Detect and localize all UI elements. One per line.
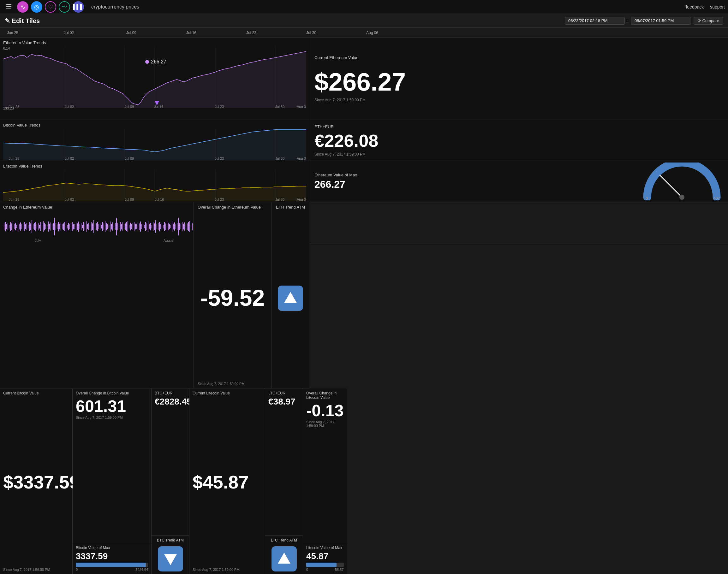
current-litecoin-panel: Current Litecoin Value $45.87 Since Aug …	[189, 388, 265, 574]
svg-rect-80	[55, 223, 56, 230]
svg-rect-178	[179, 223, 180, 230]
svg-rect-42	[8, 223, 8, 230]
svg-rect-90	[68, 223, 69, 230]
overall-change-eth-since: Since Aug 7, 2017 1:59:00 PM	[198, 382, 267, 385]
bitcoin-max-bar	[76, 563, 148, 567]
date-start-input[interactable]	[565, 17, 625, 25]
nav-left: ☰ ∿ ◎ ♡ 〜 ▌▌▌ cryptocurrency prices	[3, 1, 139, 13]
feedback-link[interactable]: feedback	[686, 4, 704, 9]
linechart-icon[interactable]: 〜	[59, 1, 70, 13]
btc-eur-title: BTC+EUR	[155, 391, 186, 396]
svg-rect-121	[107, 224, 108, 229]
eth-dot-marker: 266.27	[145, 59, 166, 65]
support-link[interactable]: support	[710, 4, 725, 9]
svg-rect-53	[22, 224, 22, 229]
svg-rect-142	[134, 222, 135, 231]
bitcoin-max-bar-max: 3424.94	[136, 568, 148, 571]
svg-text:Jun 25: Jun 25	[9, 157, 19, 160]
gauge-svg: 0 407	[641, 163, 723, 200]
svg-rect-62	[33, 224, 34, 229]
svg-rect-84	[61, 222, 61, 231]
compare-button[interactable]: ⟳ Compare	[694, 17, 723, 25]
brand-icon[interactable]: ∿	[17, 1, 28, 13]
svg-rect-91	[70, 224, 70, 229]
svg-rect-185	[188, 222, 189, 231]
svg-rect-60	[30, 223, 31, 230]
svg-rect-163	[160, 224, 161, 229]
svg-rect-98	[78, 221, 79, 232]
svg-rect-72	[45, 224, 46, 229]
instagram-icon[interactable]: ◎	[31, 1, 42, 13]
svg-rect-179	[181, 224, 181, 229]
edit-tiles-label[interactable]: ✎ Edit Tiles	[5, 17, 40, 25]
bitcoin-chart-title: Bitcoin Value Trends	[3, 123, 306, 127]
date-end-input[interactable]	[631, 17, 691, 25]
svg-rect-54	[23, 223, 23, 230]
ethereum-gauge: 0 407	[641, 163, 723, 200]
svg-rect-52	[20, 222, 21, 231]
svg-rect-74	[48, 221, 49, 232]
svg-rect-69	[42, 223, 42, 230]
ltc-trend-up-button[interactable]	[271, 546, 297, 571]
svg-rect-111	[95, 224, 95, 229]
svg-rect-173	[173, 224, 174, 230]
nav-title: cryptocurrency prices	[91, 4, 139, 10]
overall-change-btc-value: 601.31	[76, 397, 148, 416]
svg-rect-148	[142, 224, 142, 229]
eth-eur-value: €226.08	[314, 130, 723, 151]
svg-rect-133	[122, 222, 123, 231]
svg-rect-175	[176, 224, 176, 229]
svg-rect-140	[131, 224, 132, 229]
svg-rect-167	[165, 223, 166, 230]
ethereum-max-text: Ethereum Value of Max 266.27	[314, 173, 641, 190]
svg-rect-160	[157, 224, 157, 229]
svg-text:Jul 02: Jul 02	[65, 157, 74, 160]
right-middle-spacer	[309, 202, 728, 243]
current-litecoin-value: $45.87	[193, 472, 262, 493]
ltc-eur-title: LTC+EUR	[268, 391, 300, 396]
btc-trend-down-button[interactable]	[158, 546, 183, 571]
svg-rect-188	[192, 223, 193, 230]
eth-triangle-marker	[155, 101, 159, 106]
svg-rect-132	[121, 224, 122, 230]
svg-rect-158	[154, 223, 155, 230]
barchart-icon[interactable]: ▌▌▌	[73, 1, 84, 13]
svg-rect-103	[85, 223, 85, 230]
bitcoin-max-bar-fill	[76, 563, 146, 567]
svg-rect-123	[110, 221, 111, 232]
eth-max-panel-title: Ethereum Value of Max	[314, 173, 641, 177]
svg-text:Jun 25: Jun 25	[9, 198, 19, 201]
svg-text:Aug 06: Aug 06	[297, 198, 306, 201]
svg-text:Jul 30: Jul 30	[275, 157, 284, 160]
svg-text:Jul 09: Jul 09	[125, 198, 134, 201]
svg-rect-152	[147, 223, 147, 230]
svg-rect-168	[167, 221, 167, 232]
svg-rect-112	[96, 223, 97, 230]
svg-rect-162	[159, 222, 160, 231]
svg-rect-75	[49, 224, 50, 230]
eth-max-label: 0.14	[3, 46, 10, 50]
svg-rect-86	[63, 223, 64, 230]
hamburger-menu-icon[interactable]: ☰	[3, 1, 14, 13]
svg-rect-186	[189, 221, 190, 232]
svg-rect-93	[72, 222, 73, 231]
svg-rect-99	[80, 224, 80, 229]
svg-rect-108	[91, 222, 91, 231]
overall-change-eth-panel: Overall Change in Ethereum Value -59.52 …	[194, 202, 271, 388]
svg-rect-127	[115, 223, 116, 230]
svg-rect-118	[104, 223, 104, 230]
svg-line-194	[660, 175, 682, 197]
svg-rect-184	[187, 223, 188, 230]
btc-eur-panel: BTC+EUR €2828.45	[152, 388, 189, 536]
eth-trend-up-button[interactable]	[278, 286, 303, 311]
svg-rect-137	[127, 221, 128, 232]
btc-trend-atm-panel: BTC Trend ATM	[152, 535, 189, 574]
svg-marker-0	[155, 101, 159, 106]
svg-text:407: 407	[714, 196, 720, 200]
ethereum-chart-title: Ethereum Value Trends	[3, 40, 306, 45]
eth-eur-panel: ETH+EUR €226.08 Since Aug 7, 2017 1:59:0…	[309, 120, 728, 161]
svg-text:Jul 09: Jul 09	[125, 157, 134, 160]
svg-text:0: 0	[646, 196, 648, 200]
pulse-icon[interactable]: ♡	[45, 1, 56, 13]
btc-eur-trend-panel: BTC+EUR €2828.45 BTC Trend ATM	[152, 388, 189, 574]
